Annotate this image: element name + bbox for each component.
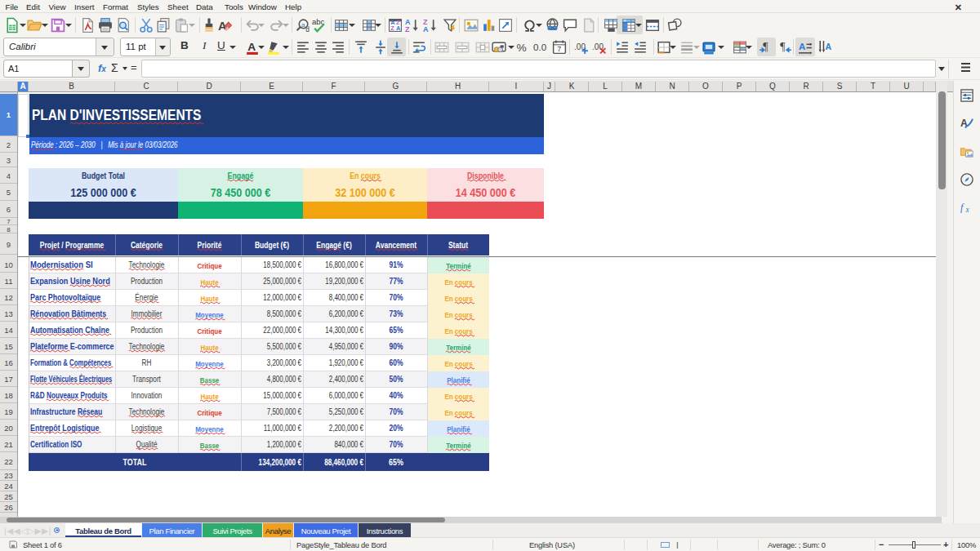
- svg-text:%: %: [517, 42, 527, 54]
- svg-text:Z: Z: [405, 25, 410, 33]
- svg-text:7: 7: [557, 45, 561, 53]
- svg-text:d: d: [305, 25, 310, 33]
- svg-text:.00: .00: [574, 42, 586, 51]
- svg-text:A: A: [396, 24, 401, 32]
- svg-text:A: A: [247, 41, 256, 53]
- svg-text:A: A: [826, 42, 832, 51]
- svg-text:✳: ✳: [623, 19, 626, 23]
- svg-text:¶: ¶: [780, 41, 786, 53]
- svg-text:Z: Z: [390, 24, 394, 32]
- svg-text:f: f: [960, 202, 964, 213]
- svg-text:x: x: [965, 206, 970, 214]
- svg-text:A: A: [799, 42, 806, 51]
- svg-text:a: a: [301, 21, 305, 29]
- svg-text:A: A: [423, 25, 429, 33]
- svg-text:0.0: 0.0: [533, 42, 546, 52]
- svg-text:A: A: [960, 118, 968, 129]
